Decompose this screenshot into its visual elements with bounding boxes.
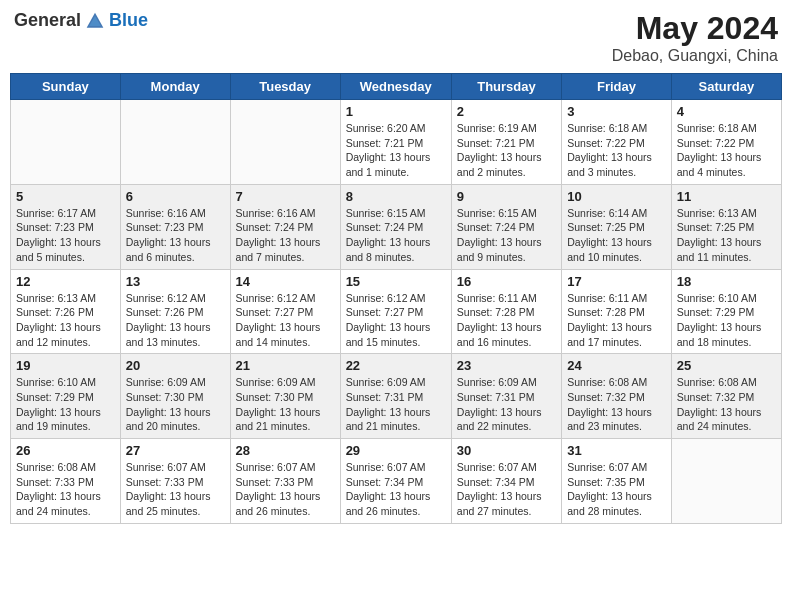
calendar-table: SundayMondayTuesdayWednesdayThursdayFrid…: [10, 73, 782, 524]
day-number: 5: [16, 189, 115, 204]
day-number: 24: [567, 358, 666, 373]
day-number: 1: [346, 104, 446, 119]
day-number: 26: [16, 443, 115, 458]
day-number: 28: [236, 443, 335, 458]
day-number: 15: [346, 274, 446, 289]
day-info: Sunrise: 6:07 AM Sunset: 7:33 PM Dayligh…: [236, 460, 335, 519]
day-info: Sunrise: 6:09 AM Sunset: 7:30 PM Dayligh…: [236, 375, 335, 434]
calendar-cell: 4Sunrise: 6:18 AM Sunset: 7:22 PM Daylig…: [671, 100, 781, 185]
calendar-cell: 2Sunrise: 6:19 AM Sunset: 7:21 PM Daylig…: [451, 100, 561, 185]
calendar-cell: 24Sunrise: 6:08 AM Sunset: 7:32 PM Dayli…: [562, 354, 672, 439]
day-info: Sunrise: 6:17 AM Sunset: 7:23 PM Dayligh…: [16, 206, 115, 265]
day-number: 27: [126, 443, 225, 458]
weekday-header-thursday: Thursday: [451, 74, 561, 100]
day-number: 31: [567, 443, 666, 458]
day-number: 8: [346, 189, 446, 204]
calendar-cell: 7Sunrise: 6:16 AM Sunset: 7:24 PM Daylig…: [230, 184, 340, 269]
day-info: Sunrise: 6:12 AM Sunset: 7:26 PM Dayligh…: [126, 291, 225, 350]
calendar-row-4: 19Sunrise: 6:10 AM Sunset: 7:29 PM Dayli…: [11, 354, 782, 439]
day-number: 4: [677, 104, 776, 119]
calendar-cell: 13Sunrise: 6:12 AM Sunset: 7:26 PM Dayli…: [120, 269, 230, 354]
day-number: 18: [677, 274, 776, 289]
day-number: 12: [16, 274, 115, 289]
day-number: 25: [677, 358, 776, 373]
day-number: 16: [457, 274, 556, 289]
day-number: 17: [567, 274, 666, 289]
day-number: 22: [346, 358, 446, 373]
calendar-row-2: 5Sunrise: 6:17 AM Sunset: 7:23 PM Daylig…: [11, 184, 782, 269]
calendar-cell: 9Sunrise: 6:15 AM Sunset: 7:24 PM Daylig…: [451, 184, 561, 269]
day-info: Sunrise: 6:07 AM Sunset: 7:34 PM Dayligh…: [457, 460, 556, 519]
day-info: Sunrise: 6:08 AM Sunset: 7:33 PM Dayligh…: [16, 460, 115, 519]
day-number: 21: [236, 358, 335, 373]
day-info: Sunrise: 6:16 AM Sunset: 7:23 PM Dayligh…: [126, 206, 225, 265]
day-info: Sunrise: 6:12 AM Sunset: 7:27 PM Dayligh…: [346, 291, 446, 350]
calendar-cell: 25Sunrise: 6:08 AM Sunset: 7:32 PM Dayli…: [671, 354, 781, 439]
day-info: Sunrise: 6:09 AM Sunset: 7:31 PM Dayligh…: [346, 375, 446, 434]
calendar-cell: 10Sunrise: 6:14 AM Sunset: 7:25 PM Dayli…: [562, 184, 672, 269]
page-header: General Blue May 2024 Debao, Guangxi, Ch…: [10, 10, 782, 65]
weekday-header-wednesday: Wednesday: [340, 74, 451, 100]
month-year: May 2024: [612, 10, 778, 47]
day-info: Sunrise: 6:07 AM Sunset: 7:33 PM Dayligh…: [126, 460, 225, 519]
day-number: 7: [236, 189, 335, 204]
calendar-row-5: 26Sunrise: 6:08 AM Sunset: 7:33 PM Dayli…: [11, 439, 782, 524]
location: Debao, Guangxi, China: [612, 47, 778, 65]
calendar-cell: 8Sunrise: 6:15 AM Sunset: 7:24 PM Daylig…: [340, 184, 451, 269]
calendar-cell: 26Sunrise: 6:08 AM Sunset: 7:33 PM Dayli…: [11, 439, 121, 524]
calendar-cell: 12Sunrise: 6:13 AM Sunset: 7:26 PM Dayli…: [11, 269, 121, 354]
day-number: 13: [126, 274, 225, 289]
weekday-header-row: SundayMondayTuesdayWednesdayThursdayFrid…: [11, 74, 782, 100]
weekday-header-friday: Friday: [562, 74, 672, 100]
day-number: 11: [677, 189, 776, 204]
day-info: Sunrise: 6:20 AM Sunset: 7:21 PM Dayligh…: [346, 121, 446, 180]
day-number: 10: [567, 189, 666, 204]
day-info: Sunrise: 6:07 AM Sunset: 7:34 PM Dayligh…: [346, 460, 446, 519]
day-info: Sunrise: 6:15 AM Sunset: 7:24 PM Dayligh…: [346, 206, 446, 265]
day-info: Sunrise: 6:07 AM Sunset: 7:35 PM Dayligh…: [567, 460, 666, 519]
day-info: Sunrise: 6:14 AM Sunset: 7:25 PM Dayligh…: [567, 206, 666, 265]
calendar-cell: 3Sunrise: 6:18 AM Sunset: 7:22 PM Daylig…: [562, 100, 672, 185]
calendar-cell: 14Sunrise: 6:12 AM Sunset: 7:27 PM Dayli…: [230, 269, 340, 354]
calendar-cell: 6Sunrise: 6:16 AM Sunset: 7:23 PM Daylig…: [120, 184, 230, 269]
calendar-cell: [11, 100, 121, 185]
day-info: Sunrise: 6:12 AM Sunset: 7:27 PM Dayligh…: [236, 291, 335, 350]
weekday-header-tuesday: Tuesday: [230, 74, 340, 100]
day-info: Sunrise: 6:09 AM Sunset: 7:31 PM Dayligh…: [457, 375, 556, 434]
day-info: Sunrise: 6:19 AM Sunset: 7:21 PM Dayligh…: [457, 121, 556, 180]
day-info: Sunrise: 6:16 AM Sunset: 7:24 PM Dayligh…: [236, 206, 335, 265]
day-info: Sunrise: 6:08 AM Sunset: 7:32 PM Dayligh…: [567, 375, 666, 434]
weekday-header-sunday: Sunday: [11, 74, 121, 100]
calendar-cell: [120, 100, 230, 185]
logo-general: General: [14, 10, 81, 31]
day-number: 6: [126, 189, 225, 204]
day-number: 30: [457, 443, 556, 458]
day-number: 9: [457, 189, 556, 204]
day-info: Sunrise: 6:08 AM Sunset: 7:32 PM Dayligh…: [677, 375, 776, 434]
logo-icon: [85, 11, 105, 31]
day-info: Sunrise: 6:10 AM Sunset: 7:29 PM Dayligh…: [677, 291, 776, 350]
title-block: May 2024 Debao, Guangxi, China: [612, 10, 778, 65]
logo-blue: Blue: [109, 10, 148, 31]
day-info: Sunrise: 6:18 AM Sunset: 7:22 PM Dayligh…: [567, 121, 666, 180]
day-info: Sunrise: 6:13 AM Sunset: 7:25 PM Dayligh…: [677, 206, 776, 265]
calendar-cell: 18Sunrise: 6:10 AM Sunset: 7:29 PM Dayli…: [671, 269, 781, 354]
day-number: 23: [457, 358, 556, 373]
calendar-cell: 27Sunrise: 6:07 AM Sunset: 7:33 PM Dayli…: [120, 439, 230, 524]
calendar-cell: 15Sunrise: 6:12 AM Sunset: 7:27 PM Dayli…: [340, 269, 451, 354]
day-number: 20: [126, 358, 225, 373]
day-number: 29: [346, 443, 446, 458]
day-info: Sunrise: 6:09 AM Sunset: 7:30 PM Dayligh…: [126, 375, 225, 434]
weekday-header-monday: Monday: [120, 74, 230, 100]
calendar-cell: 1Sunrise: 6:20 AM Sunset: 7:21 PM Daylig…: [340, 100, 451, 185]
day-number: 19: [16, 358, 115, 373]
day-number: 3: [567, 104, 666, 119]
calendar-cell: 29Sunrise: 6:07 AM Sunset: 7:34 PM Dayli…: [340, 439, 451, 524]
calendar-cell: 16Sunrise: 6:11 AM Sunset: 7:28 PM Dayli…: [451, 269, 561, 354]
calendar-cell: 19Sunrise: 6:10 AM Sunset: 7:29 PM Dayli…: [11, 354, 121, 439]
calendar-cell: 21Sunrise: 6:09 AM Sunset: 7:30 PM Dayli…: [230, 354, 340, 439]
calendar-cell: 5Sunrise: 6:17 AM Sunset: 7:23 PM Daylig…: [11, 184, 121, 269]
day-info: Sunrise: 6:18 AM Sunset: 7:22 PM Dayligh…: [677, 121, 776, 180]
calendar-row-1: 1Sunrise: 6:20 AM Sunset: 7:21 PM Daylig…: [11, 100, 782, 185]
calendar-cell: [230, 100, 340, 185]
